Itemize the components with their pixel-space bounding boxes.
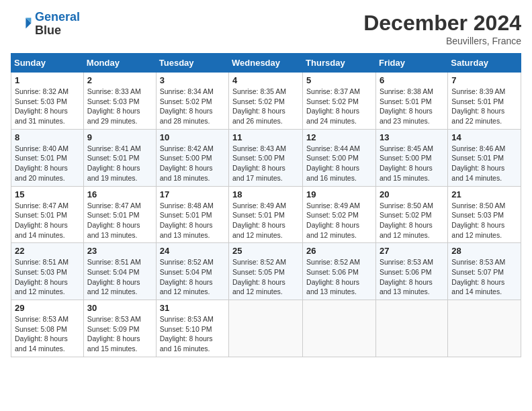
calendar-cell: 13Sunrise: 8:45 AMSunset: 5:00 PMDayligh… — [375, 129, 447, 186]
day-number: 11 — [232, 132, 299, 142]
day-number: 14 — [451, 132, 517, 142]
day-number: 17 — [160, 189, 225, 199]
day-number: 23 — [87, 246, 152, 256]
calendar-cell: 28Sunrise: 8:53 AMSunset: 5:07 PMDayligh… — [448, 243, 521, 300]
day-info: Sunrise: 8:53 AMSunset: 5:06 PMDaylight:… — [380, 257, 444, 297]
calendar-cell: 7Sunrise: 8:39 AMSunset: 5:01 PMDaylight… — [448, 73, 521, 130]
calendar-cell: 3Sunrise: 8:34 AMSunset: 5:02 PMDaylight… — [156, 73, 228, 130]
day-info: Sunrise: 8:51 AMSunset: 5:03 PMDaylight:… — [15, 257, 80, 297]
calendar-cell: 30Sunrise: 8:53 AMSunset: 5:09 PMDayligh… — [83, 300, 156, 357]
calendar-cell: 8Sunrise: 8:40 AMSunset: 5:01 PMDaylight… — [11, 129, 84, 186]
month-title: December 2024 — [363, 11, 521, 36]
day-number: 25 — [232, 246, 299, 256]
title-block: December 2024 Beuvillers, France — [363, 11, 521, 46]
weekday-header-monday: Monday — [83, 54, 156, 73]
calendar-cell: 29Sunrise: 8:53 AMSunset: 5:08 PMDayligh… — [11, 300, 84, 357]
day-info: Sunrise: 8:38 AMSunset: 5:01 PMDaylight:… — [380, 87, 444, 126]
calendar-cell: 24Sunrise: 8:52 AMSunset: 5:04 PMDayligh… — [156, 243, 228, 300]
day-info: Sunrise: 8:32 AMSunset: 5:03 PMDaylight:… — [15, 87, 80, 126]
calendar-cell: 20Sunrise: 8:50 AMSunset: 5:02 PMDayligh… — [375, 186, 447, 243]
calendar-cell: 31Sunrise: 8:53 AMSunset: 5:10 PMDayligh… — [156, 300, 228, 357]
logo-text: General Blue — [35, 11, 80, 38]
calendar-cell: 10Sunrise: 8:42 AMSunset: 5:00 PMDayligh… — [156, 129, 228, 186]
day-number: 8 — [15, 132, 80, 142]
day-info: Sunrise: 8:41 AMSunset: 5:01 PMDaylight:… — [87, 144, 152, 183]
weekday-header-sunday: Sunday — [11, 54, 84, 73]
weekday-header-thursday: Thursday — [303, 54, 376, 73]
calendar-cell — [448, 300, 521, 357]
weekday-header-wednesday: Wednesday — [229, 54, 303, 73]
day-info: Sunrise: 8:49 AMSunset: 5:01 PMDaylight:… — [232, 201, 299, 240]
day-info: Sunrise: 8:45 AMSunset: 5:00 PMDaylight:… — [380, 144, 444, 183]
calendar-cell: 18Sunrise: 8:49 AMSunset: 5:01 PMDayligh… — [229, 186, 303, 243]
day-number: 31 — [160, 303, 225, 313]
logo: General Blue — [11, 11, 80, 38]
day-number: 12 — [306, 132, 372, 142]
day-info: Sunrise: 8:42 AMSunset: 5:00 PMDaylight:… — [160, 144, 225, 183]
calendar-week-1: 1Sunrise: 8:32 AMSunset: 5:03 PMDaylight… — [11, 73, 521, 130]
day-info: Sunrise: 8:53 AMSunset: 5:08 PMDaylight:… — [15, 314, 80, 354]
calendar-cell — [303, 300, 376, 357]
calendar-cell: 14Sunrise: 8:46 AMSunset: 5:01 PMDayligh… — [448, 129, 521, 186]
day-number: 10 — [160, 132, 225, 142]
day-info: Sunrise: 8:48 AMSunset: 5:01 PMDaylight:… — [160, 201, 225, 240]
day-number: 5 — [306, 75, 372, 85]
day-info: Sunrise: 8:34 AMSunset: 5:02 PMDaylight:… — [160, 87, 225, 126]
calendar-week-2: 8Sunrise: 8:40 AMSunset: 5:01 PMDaylight… — [11, 129, 521, 186]
day-number: 21 — [451, 189, 517, 199]
day-info: Sunrise: 8:50 AMSunset: 5:03 PMDaylight:… — [451, 201, 517, 240]
day-info: Sunrise: 8:47 AMSunset: 5:01 PMDaylight:… — [87, 201, 152, 240]
day-number: 18 — [232, 189, 299, 199]
calendar-cell: 26Sunrise: 8:52 AMSunset: 5:06 PMDayligh… — [303, 243, 376, 300]
day-number: 29 — [15, 303, 80, 313]
day-number: 30 — [87, 303, 152, 313]
day-info: Sunrise: 8:50 AMSunset: 5:02 PMDaylight:… — [380, 201, 444, 240]
calendar-cell: 19Sunrise: 8:49 AMSunset: 5:02 PMDayligh… — [303, 186, 376, 243]
day-number: 6 — [380, 75, 444, 85]
logo-icon — [11, 13, 32, 35]
day-info: Sunrise: 8:49 AMSunset: 5:02 PMDaylight:… — [306, 201, 372, 240]
day-info: Sunrise: 8:53 AMSunset: 5:10 PMDaylight:… — [160, 314, 225, 354]
calendar-cell: 12Sunrise: 8:44 AMSunset: 5:00 PMDayligh… — [303, 129, 376, 186]
day-info: Sunrise: 8:52 AMSunset: 5:06 PMDaylight:… — [306, 257, 372, 297]
day-info: Sunrise: 8:37 AMSunset: 5:02 PMDaylight:… — [306, 87, 372, 126]
day-number: 3 — [160, 75, 225, 85]
day-number: 19 — [306, 189, 372, 199]
calendar-week-5: 29Sunrise: 8:53 AMSunset: 5:08 PMDayligh… — [11, 300, 521, 357]
calendar-cell: 27Sunrise: 8:53 AMSunset: 5:06 PMDayligh… — [375, 243, 447, 300]
calendar-cell: 6Sunrise: 8:38 AMSunset: 5:01 PMDaylight… — [375, 73, 447, 130]
calendar-cell: 21Sunrise: 8:50 AMSunset: 5:03 PMDayligh… — [448, 186, 521, 243]
day-number: 24 — [160, 246, 225, 256]
calendar-cell: 15Sunrise: 8:47 AMSunset: 5:01 PMDayligh… — [11, 186, 84, 243]
day-info: Sunrise: 8:53 AMSunset: 5:07 PMDaylight:… — [451, 257, 517, 297]
calendar-cell: 11Sunrise: 8:43 AMSunset: 5:00 PMDayligh… — [229, 129, 303, 186]
calendar-cell: 9Sunrise: 8:41 AMSunset: 5:01 PMDaylight… — [83, 129, 156, 186]
day-number: 1 — [15, 75, 80, 85]
weekday-header-friday: Friday — [375, 54, 447, 73]
calendar-cell: 22Sunrise: 8:51 AMSunset: 5:03 PMDayligh… — [11, 243, 84, 300]
day-info: Sunrise: 8:53 AMSunset: 5:09 PMDaylight:… — [87, 314, 152, 354]
day-number: 22 — [15, 246, 80, 256]
day-number: 16 — [87, 189, 152, 199]
calendar-cell: 17Sunrise: 8:48 AMSunset: 5:01 PMDayligh… — [156, 186, 228, 243]
calendar-week-3: 15Sunrise: 8:47 AMSunset: 5:01 PMDayligh… — [11, 186, 521, 243]
calendar-cell: 2Sunrise: 8:33 AMSunset: 5:03 PMDaylight… — [83, 73, 156, 130]
location: Beuvillers, France — [363, 36, 521, 46]
calendar-week-4: 22Sunrise: 8:51 AMSunset: 5:03 PMDayligh… — [11, 243, 521, 300]
day-info: Sunrise: 8:40 AMSunset: 5:01 PMDaylight:… — [15, 144, 80, 183]
day-info: Sunrise: 8:35 AMSunset: 5:02 PMDaylight:… — [232, 87, 299, 126]
day-info: Sunrise: 8:52 AMSunset: 5:04 PMDaylight:… — [160, 257, 225, 297]
day-info: Sunrise: 8:52 AMSunset: 5:05 PMDaylight:… — [232, 257, 299, 297]
calendar-table: SundayMondayTuesdayWednesdayThursdayFrid… — [11, 53, 521, 357]
day-info: Sunrise: 8:44 AMSunset: 5:00 PMDaylight:… — [306, 144, 372, 183]
calendar-cell — [375, 300, 447, 357]
day-number: 7 — [451, 75, 517, 85]
day-info: Sunrise: 8:33 AMSunset: 5:03 PMDaylight:… — [87, 87, 152, 126]
day-number: 2 — [87, 75, 152, 85]
calendar-cell: 1Sunrise: 8:32 AMSunset: 5:03 PMDaylight… — [11, 73, 84, 130]
day-info: Sunrise: 8:43 AMSunset: 5:00 PMDaylight:… — [232, 144, 299, 183]
day-number: 27 — [380, 246, 444, 256]
calendar-cell: 25Sunrise: 8:52 AMSunset: 5:05 PMDayligh… — [229, 243, 303, 300]
day-number: 15 — [15, 189, 80, 199]
day-info: Sunrise: 8:46 AMSunset: 5:01 PMDaylight:… — [451, 144, 517, 183]
